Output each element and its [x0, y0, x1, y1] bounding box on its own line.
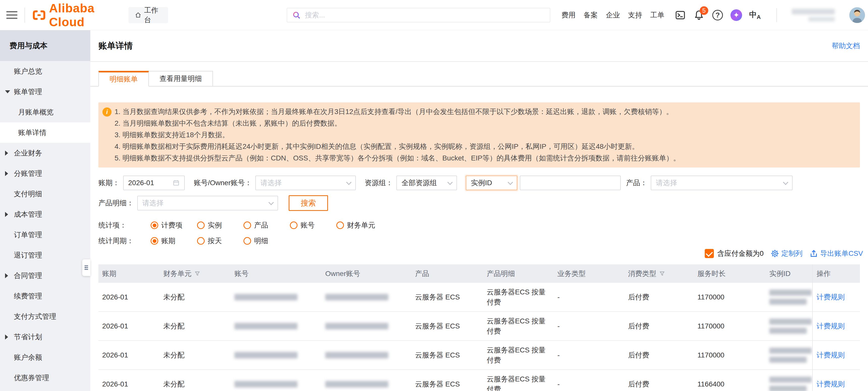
help-icon[interactable]: ? [712, 9, 723, 21]
billing-rule-link[interactable]: 计费规则 [816, 321, 845, 331]
col-header-consume-type[interactable]: 消费类型 [624, 264, 694, 283]
cell-cycle: 2026-01 [98, 312, 159, 341]
sidebar-item-order-management[interactable]: 订单管理 [0, 225, 90, 245]
notice-line: 3. 明细账单数据支持近18个月数据。 [115, 129, 853, 141]
ai-assistant-icon[interactable]: ✦ [731, 9, 742, 21]
col-header-service-duration: 服务时长 [694, 264, 766, 283]
instance-id-input-wrap [520, 175, 621, 190]
resource-group-select[interactable]: 全部资源组 [396, 175, 457, 190]
radio-product[interactable]: 产品 [244, 221, 290, 230]
col-header-business-type: 业务类型 [554, 264, 624, 283]
col-header-cycle: 账期 [98, 264, 159, 283]
cell-product-detail: 云服务器ECS 按量付费 [483, 370, 554, 391]
stat-item-label: 统计项： [98, 221, 151, 230]
sidebar-item-payment-methods[interactable]: 支付方式管理 [0, 306, 90, 327]
radio-finance-unit[interactable]: 财务单元 [336, 221, 383, 230]
menu-item-enterprise[interactable]: 企业 [606, 10, 620, 20]
chevron-right-icon [5, 212, 8, 217]
workbench-button[interactable]: 工作台 [128, 7, 168, 23]
menu-item-support[interactable]: 支持 [628, 10, 642, 20]
sidebar-item-bill-details[interactable]: 账单详情 [0, 122, 90, 143]
product-detail-label: 产品明细： [98, 198, 134, 208]
chevron-down-icon [269, 200, 274, 205]
sidebar-item-payment-details[interactable]: 支付明细 [0, 184, 90, 204]
topbar-menu: 费用 备案 企业 支持 工单 5 ? ✦ 中A [561, 7, 868, 23]
billing-cycle-picker[interactable]: 2026-01 [123, 175, 185, 190]
filter-funnel-icon[interactable] [194, 270, 200, 277]
chevron-down-icon [447, 180, 453, 185]
hamburger-menu-icon[interactable] [6, 9, 18, 21]
billing-rule-link[interactable]: 计费规则 [816, 380, 845, 389]
export-csv-link[interactable]: 导出账单CSV [809, 249, 863, 258]
table-header-row: 账期 财务单元 账号 Owner账号 产品 产品明细 业务类型 消费类型 服务时… [98, 264, 860, 283]
tab-detail-bill[interactable]: 明细账单 [98, 71, 149, 87]
billing-rule-link[interactable]: 计费规则 [816, 350, 845, 360]
statistics-options: 统计项： 计费项 实例 产品 账号 财务单元 统计周期： 账期 按天 明细 [98, 218, 860, 249]
product-detail-select[interactable]: 请选择 [137, 196, 278, 210]
product-select[interactable]: 请选择 [651, 175, 793, 190]
instance-id-input[interactable] [525, 179, 616, 187]
sidebar-item-renewal-management[interactable]: 续费管理 [0, 286, 90, 306]
sidebar-collapse-handle[interactable] [82, 259, 90, 276]
billing-rule-link[interactable]: 计费规则 [816, 292, 845, 302]
cell-business-type: - [554, 312, 624, 341]
menu-item-icp[interactable]: 备案 [584, 10, 598, 20]
col-header-finance-unit[interactable]: 财务单元 [159, 264, 230, 283]
sidebar-item-contract-management[interactable]: 合同管理 [0, 265, 90, 286]
sidebar-item-enterprise-finance[interactable]: 企业财务 [0, 143, 90, 163]
language-switch-icon[interactable]: 中A [749, 9, 761, 21]
cell-account-blurred [230, 312, 321, 341]
radio-icon [197, 222, 205, 229]
sidebar-item-monthly-bill-overview[interactable]: 月账单概览 [0, 102, 90, 122]
account-name-blurred[interactable] [790, 9, 835, 22]
radio-by-day[interactable]: 按天 [197, 236, 244, 246]
cell-duration: 1170000 [694, 341, 766, 370]
menu-item-tickets[interactable]: 工单 [650, 10, 664, 20]
cell-finance-unit: 未分配 [159, 370, 230, 391]
cell-owner-account-blurred [321, 341, 411, 370]
calendar-icon [173, 180, 180, 187]
stat-period-label: 统计周期： [98, 236, 151, 246]
sidebar-item-savings-plan[interactable]: 节省计划 [0, 327, 90, 347]
global-search [287, 8, 550, 23]
notice-line: 1. 当月数据查询结果仅供参考，不作为对账依据；当月最终账单在次月3日12点后支… [115, 106, 853, 118]
customize-columns-link[interactable]: 定制列 [771, 249, 802, 258]
radio-billing-item[interactable]: 计费项 [151, 221, 197, 230]
sidebar-item-account-balance[interactable]: 账户余额 [0, 347, 90, 367]
cell-business-type: - [554, 283, 624, 312]
sidebar-item-unsubscribe-management[interactable]: 退订管理 [0, 245, 90, 265]
instance-id-type-select[interactable]: 实例ID [466, 175, 517, 190]
search-button[interactable]: 搜索 [289, 195, 328, 211]
notifications-bell-icon[interactable]: 5 [693, 9, 705, 21]
radio-cycle[interactable]: 账期 [151, 236, 197, 246]
cell-business-type: - [554, 341, 624, 370]
sidebar-item-bill-management[interactable]: 账单管理 [0, 82, 90, 102]
col-header-instance-id: 实例ID [766, 264, 812, 283]
alibaba-cloud-logo[interactable]: Alibaba Cloud [33, 1, 120, 29]
radio-icon [290, 222, 298, 229]
cell-owner-account-blurred [321, 312, 411, 341]
account-select[interactable]: 请选择 [255, 175, 356, 190]
table-row: 2026-01 未分配 云服务器 ECS 云服务器ECS 按量付费 - 后付费 … [98, 341, 860, 370]
sidebar-item-coupon-management[interactable]: 优惠券管理 [0, 367, 90, 388]
sidebar-item-cost-management[interactable]: 成本管理 [0, 204, 90, 225]
cloudshell-icon[interactable] [675, 9, 686, 21]
notice-line: 2. 当月明细账单数据中不包含未结算（未出账，累账中）的后付费数据。 [115, 118, 853, 129]
tab-usage-detail[interactable]: 查看用量明细 [149, 71, 213, 87]
cell-consume-type: 后付费 [624, 370, 694, 391]
radio-account[interactable]: 账号 [290, 221, 336, 230]
sidebar-item-account-overview[interactable]: 账户总览 [0, 61, 90, 82]
radio-detail[interactable]: 明细 [244, 236, 290, 246]
help-doc-link[interactable]: 帮助文档 [832, 41, 860, 51]
menu-item-expenses[interactable]: 费用 [561, 10, 576, 20]
search-input[interactable] [305, 11, 545, 19]
sidebar-title: 费用与成本 [0, 30, 90, 61]
account-label: 账号/Owner账号： [194, 178, 252, 188]
sidebar-item-split-billing[interactable]: 分账管理 [0, 163, 90, 184]
include-zero-checkbox[interactable] [705, 249, 714, 258]
filter-funnel-icon[interactable] [659, 270, 665, 277]
radio-instance[interactable]: 实例 [197, 221, 244, 230]
avatar[interactable] [849, 7, 865, 23]
notice-line: 4. 明细账单数据相对于实际费用消耗延迟24小时更新，其中实例ID相关的信息（实… [115, 141, 853, 152]
cell-product: 云服务器 ECS [411, 370, 483, 391]
